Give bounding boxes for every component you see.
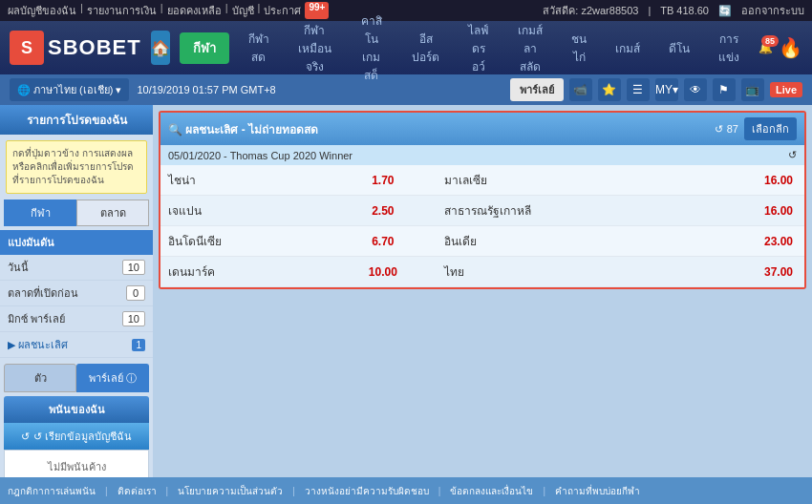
- sidebar-label-early: ตลาดที่เปิดก่อน: [8, 284, 78, 302]
- flag-icon-btn[interactable]: ⚑: [713, 78, 736, 101]
- content-title: 🔍 ผลชนะเลิศ - ไม่ถ่ายทอดสด: [168, 120, 318, 138]
- logout-link[interactable]: ออกจากระบบ: [741, 2, 804, 19]
- table-row[interactable]: อินโดนีเซีย 6.70 อินเดีย 23.00: [160, 226, 804, 257]
- sidebar-bet-section: พนันของฉัน ↺ ↺ เรียกข้อมูลบัญชีฉัน ไม่มี…: [4, 396, 149, 477]
- sidebar-row-early: ตลาดที่เปิดก่อน 0: [0, 281, 153, 306]
- table-row[interactable]: ไชน่า 1.70 มาเลเซีย 16.00: [160, 165, 804, 196]
- home-button[interactable]: 🏠: [151, 31, 170, 65]
- sidebar-val-mixparlay: 10: [122, 311, 145, 326]
- header: S SBOBET 🏠 กีฬา กีฬาสด กีฬาเหมือนจริง คา…: [0, 21, 812, 74]
- team-right: มาเลเซีย: [437, 165, 687, 196]
- nav-casino[interactable]: คาสิโนเกมสด็: [351, 6, 393, 90]
- team-right: สาธารณรัฐเกาหลี: [437, 196, 687, 226]
- footer-link-privacy[interactable]: นโยบายความเป็นส่วนตัว: [178, 484, 283, 498]
- team-left: เจแปน: [160, 196, 329, 226]
- odds-right[interactable]: 23.00: [687, 226, 804, 257]
- language-selector[interactable]: 🌐 ภาษาไทย (เอเชีย) ▾: [10, 78, 129, 101]
- datetime-display: 10/19/2019 01:57 PM GMT+8: [137, 84, 275, 95]
- odds-left[interactable]: 6.70: [329, 226, 437, 257]
- footer-link-responsible[interactable]: วางหนังอย่ามีความรับผิดชอบ: [305, 484, 429, 498]
- table-row[interactable]: เจแปน 2.50 สาธารณรัฐเกาหลี 16.00: [160, 196, 804, 226]
- footer: กฎกติกาการเล่นพนัน | ติดต่อเรา | นโยบายค…: [0, 477, 812, 504]
- tv-icon-btn[interactable]: 📺: [741, 78, 764, 101]
- content-box: 🔍 ผลชนะเลิศ - ไม่ถ่ายทอดสด ↺ 87 เลือกลีก…: [159, 111, 806, 289]
- logo-text: SBOBET: [48, 35, 141, 60]
- team-left: เดนมาร์ค: [160, 257, 329, 287]
- select-league-button[interactable]: เลือกลีก: [744, 117, 797, 140]
- topbar-right: สวัสดีค: z2war88503 | TB 418.60 🔄 ออกจาก…: [543, 2, 804, 19]
- nav-esports[interactable]: อีสปอร์ต: [402, 24, 449, 72]
- language-label: ภาษาไทย (เอเชีย) ▾: [33, 81, 121, 98]
- sidebar-val-result: 1: [132, 339, 145, 351]
- footer-link-contact[interactable]: ติดต่อเรา: [118, 484, 157, 498]
- content-header: 🔍 ผลชนะเลิศ - ไม่ถ่ายทอดสด ↺ 87 เลือกลีก: [160, 113, 804, 145]
- nav-dino[interactable]: ดีโน: [659, 33, 699, 63]
- sidebar-no-bet: ไม่มีพนันค้าง: [4, 450, 149, 477]
- topbar-link-account2[interactable]: บัญชี: [232, 2, 254, 19]
- sidebar-tabs: กีฬา ตลาด: [4, 200, 149, 226]
- sidebar-label-result[interactable]: ▶ ผลชนะเลิศ: [8, 336, 68, 353]
- star-icon-btn[interactable]: ⭐: [598, 78, 621, 101]
- nav-sports[interactable]: กีฬา: [180, 32, 229, 64]
- odds-left[interactable]: 10.00: [329, 257, 437, 287]
- sidebar-label-mixparlay: มิกซ์ พาร์เลย์: [8, 310, 65, 327]
- count-value: 87: [727, 123, 738, 135]
- odds-left[interactable]: 1.70: [329, 165, 437, 196]
- footer-link-faq[interactable]: คำถามที่พบบ่อยกีฬา: [555, 484, 640, 498]
- top-bar: ผลบัญชีของฉัน | รายงานการเงิน | ยอดคงเหล…: [0, 0, 812, 21]
- balance-display: TB 418.60: [660, 5, 709, 16]
- video-icon-btn[interactable]: 📹: [569, 78, 592, 101]
- refresh-count: ↺ 87: [715, 123, 738, 136]
- notification-count: 85: [761, 35, 779, 47]
- nav-racing[interactable]: การแข่ง: [709, 24, 749, 72]
- sidebar-bet-header: พนันของฉัน: [4, 396, 149, 423]
- nav-cockfight[interactable]: ชนไก่: [562, 24, 596, 72]
- topbar-link-account[interactable]: ผลบัญชีของฉัน: [8, 2, 76, 19]
- sidebar-val-today: 10: [122, 260, 145, 275]
- odds-right[interactable]: 37.00: [687, 257, 804, 287]
- refresh-icon-main[interactable]: ↺: [715, 123, 723, 136]
- topbar-links: ผลบัญชีของฉัน | รายงานการเงิน | ยอดคงเหล…: [8, 2, 329, 19]
- toolbar-right: พาร์เลย์ 📹 ⭐ ☰ MY▾ 👁 ⚑ 📺 Live: [510, 78, 802, 101]
- nav-live-sports[interactable]: กีฬาสด: [239, 24, 279, 72]
- main-layout: รายการโปรดของฉัน กดที่ปุ่มดาวข้าง การแสด…: [0, 105, 812, 477]
- sidebar-tab2-parlay[interactable]: พาร์เลย์ ⓘ: [76, 364, 149, 392]
- date-refresh-icon[interactable]: ↺: [788, 149, 797, 161]
- nav-games2[interactable]: เกมส์: [606, 33, 650, 63]
- table-row[interactable]: เดนมาร์ค 10.00 ไทย 37.00: [160, 257, 804, 287]
- odds-right[interactable]: 16.00: [687, 165, 804, 196]
- footer-link-rules[interactable]: กฎกติกาการเล่นพนัน: [8, 484, 96, 498]
- notification-bell[interactable]: 🔔 85: [759, 41, 773, 54]
- fire-icon[interactable]: 🔥: [779, 36, 802, 59]
- date-label: 05/01/2020 - Thomas Cup 2020 Winner: [168, 150, 353, 161]
- nav-virtual[interactable]: กีฬาเหมือนจริง: [288, 15, 341, 81]
- eye-icon-btn[interactable]: 👁: [684, 78, 707, 101]
- topbar-link-balance[interactable]: ยอดคงเหลือ: [167, 2, 222, 19]
- table-date-row: 05/01/2020 - Thomas Cup 2020 Winner ↺: [160, 145, 804, 165]
- logo: S SBOBET: [10, 31, 141, 65]
- footer-link-terms[interactable]: ข้อตกลงและเงื่อนไข: [450, 484, 533, 498]
- sidebar-notice: กดที่ปุ่มดาวข้าง การแสดงผล หรือคลิกเพื่อ…: [6, 140, 147, 194]
- sidebar-tab2-single[interactable]: ตัว: [4, 364, 76, 392]
- odds-left[interactable]: 2.50: [329, 196, 437, 226]
- odds-right[interactable]: 16.00: [687, 196, 804, 226]
- user-greeting: สวัสดีค: z2war88503: [543, 2, 638, 19]
- sidebar-tabs2: ตัว พาร์เลย์ ⓘ: [4, 364, 149, 392]
- sidebar-tab-market[interactable]: ตลาด: [76, 200, 149, 226]
- header-right: 🔔 85 🔥: [759, 36, 802, 59]
- sidebar-tab-sports[interactable]: กีฬา: [4, 200, 76, 226]
- team-right: อินเดีย: [437, 226, 687, 257]
- parlay-button[interactable]: พาร์เลย์: [510, 78, 564, 101]
- nav-live-draw[interactable]: ไลฟ์ ดรอว์: [459, 15, 499, 81]
- my-icon-btn[interactable]: MY▾: [655, 78, 678, 101]
- sidebar-row-today: วันนี้ 10: [0, 255, 153, 281]
- live-badge: Live: [770, 82, 802, 97]
- refresh-icon: ↺: [21, 430, 30, 443]
- sidebar-row-result[interactable]: ▶ ผลชนะเลิศ 1: [0, 332, 153, 358]
- list-icon-btn[interactable]: ☰: [627, 78, 650, 101]
- logo-icon: S: [10, 31, 44, 65]
- team-right: ไทย: [437, 257, 687, 287]
- nav-games[interactable]: เกมส์ลาสลัด: [508, 15, 552, 81]
- sidebar-refresh-button[interactable]: ↺ ↺ เรียกข้อมูลบัญชีฉัน: [4, 423, 149, 450]
- topbar-link-finance[interactable]: รายงานการเงิน: [87, 2, 157, 19]
